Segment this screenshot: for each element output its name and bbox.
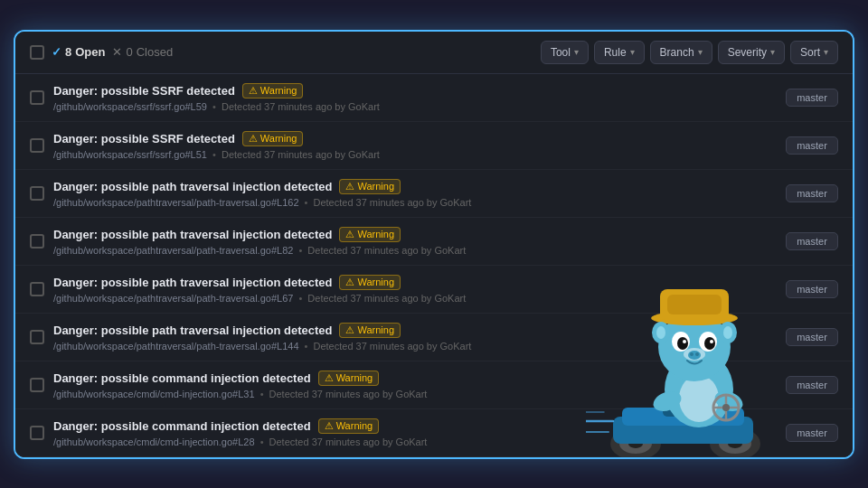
tool-chevron-icon: ▾ — [574, 47, 579, 57]
alert-detected-7: Detected 37 minutes ago by GoKart — [269, 436, 428, 447]
alert-path-2: /github/workspace/pathtraversal/path-tra… — [53, 197, 299, 208]
alert-path-0: /github/workspace/ssrf/ssrf.go#L59 — [53, 101, 207, 112]
branch-badge-4: master — [786, 280, 838, 298]
alert-row[interactable]: Danger: possible path traversal injectio… — [15, 266, 853, 314]
alert-meta-3: /github/workspace/pathtraversal/path-tra… — [53, 245, 777, 256]
tool-filter-label: Tool — [551, 46, 571, 59]
toolbar-right: Tool ▾ Rule ▾ Branch ▾ Severity ▾ Sort ▾ — [541, 41, 838, 64]
alert-title-5: Danger: possible path traversal injectio… — [53, 324, 332, 337]
open-tab[interactable]: ✓ 8 Open — [52, 45, 105, 59]
row-checkbox-0[interactable] — [30, 90, 44, 105]
warning-badge-6: ⚠ Warning — [318, 371, 380, 386]
warning-icon-6: ⚠ — [325, 372, 334, 384]
alerts-list: Danger: possible SSRF detected ⚠ Warning… — [15, 74, 853, 457]
warning-icon-2: ⚠ — [345, 181, 354, 192]
branch-filter-button[interactable]: Branch ▾ — [650, 41, 712, 64]
alert-path-1: /github/workspace/ssrf/ssrf.go#L51 — [53, 149, 207, 160]
severity-label-3: Warning — [357, 229, 394, 239]
row-checkbox-2[interactable] — [30, 186, 44, 201]
warning-icon-1: ⚠ — [249, 133, 258, 145]
sort-label: Sort — [800, 46, 820, 59]
branch-badge-5: master — [786, 328, 838, 346]
main-window: ✓ 8 Open ✕ 0 Closed Tool ▾ Rule ▾ Branch… — [14, 30, 854, 459]
warning-badge-7: ⚠ Warning — [318, 418, 380, 434]
severity-label-2: Warning — [357, 181, 394, 192]
rule-filter-button[interactable]: Rule ▾ — [594, 41, 645, 64]
warning-icon-7: ⚠ — [325, 420, 334, 432]
closed-tab[interactable]: ✕ 0 Closed — [112, 45, 173, 59]
alert-title-4: Danger: possible path traversal injectio… — [53, 276, 332, 289]
severity-label-6: Warning — [336, 372, 373, 383]
alert-row[interactable]: Danger: possible path traversal injectio… — [15, 314, 853, 361]
branch-badge-0: master — [786, 89, 838, 107]
warning-badge-3: ⚠ Warning — [339, 227, 401, 242]
sort-button[interactable]: Sort ▾ — [790, 41, 838, 64]
warning-badge-1: ⚠ Warning — [242, 131, 304, 146]
warning-icon-3: ⚠ — [345, 229, 354, 240]
alert-detected-6: Detected 37 minutes ago by GoKart — [269, 389, 428, 399]
alert-row[interactable]: Danger: possible path traversal injectio… — [15, 218, 853, 266]
alert-detected-0: Detected 37 minutes ago by GoKart — [222, 101, 380, 112]
alert-path-4: /github/workspace/pathtraversal/path-tra… — [53, 293, 293, 304]
open-count: 8 — [65, 45, 71, 59]
alert-meta-6: /github/workspace/cmdi/cmd-injection.go#… — [53, 389, 777, 399]
alert-meta-5: /github/workspace/pathtraversal/path-tra… — [53, 341, 777, 352]
alert-meta-7: /github/workspace/cmdi/cmd-injection.go#… — [53, 436, 777, 447]
alert-row[interactable]: Danger: possible command injection detec… — [15, 409, 853, 457]
branch-badge-3: master — [786, 232, 838, 250]
alert-title-2: Danger: possible path traversal injectio… — [53, 180, 332, 193]
closed-count: 0 — [126, 45, 132, 59]
row-checkbox-3[interactable] — [30, 234, 44, 249]
alert-row[interactable]: Danger: possible path traversal injectio… — [15, 170, 853, 218]
alert-detected-4: Detected 37 minutes ago by GoKart — [307, 293, 466, 304]
severity-label-0: Warning — [260, 85, 297, 96]
alert-title-row-5: Danger: possible path traversal injectio… — [53, 323, 777, 338]
alert-title-1: Danger: possible SSRF detected — [53, 132, 235, 145]
open-label: Open — [75, 45, 105, 59]
branch-badge-7: master — [786, 424, 838, 442]
tool-filter-button[interactable]: Tool ▾ — [541, 41, 589, 64]
row-checkbox-4[interactable] — [30, 282, 44, 296]
warning-icon-0: ⚠ — [249, 85, 258, 97]
severity-label-5: Warning — [357, 324, 394, 335]
alert-content-4: Danger: possible path traversal injectio… — [53, 275, 777, 304]
alert-content-2: Danger: possible path traversal injectio… — [53, 179, 777, 208]
severity-label-4: Warning — [357, 277, 394, 287]
toolbar: ✓ 8 Open ✕ 0 Closed Tool ▾ Rule ▾ Branch… — [15, 32, 853, 74]
alert-detected-2: Detected 37 minutes ago by GoKart — [313, 197, 471, 208]
alert-row[interactable]: Danger: possible command injection detec… — [15, 361, 853, 409]
alert-title-6: Danger: possible command injection detec… — [53, 371, 311, 385]
row-checkbox-1[interactable] — [30, 138, 44, 153]
alert-meta-4: /github/workspace/pathtraversal/path-tra… — [53, 293, 777, 304]
alert-content-7: Danger: possible command injection detec… — [53, 418, 777, 447]
rule-filter-label: Rule — [604, 46, 627, 59]
severity-filter-label: Severity — [728, 46, 767, 59]
alert-title-0: Danger: possible SSRF detected — [53, 84, 235, 98]
rule-chevron-icon: ▾ — [630, 47, 635, 57]
row-checkbox-7[interactable] — [30, 426, 44, 440]
select-all-checkbox[interactable] — [30, 45, 44, 60]
severity-label-1: Warning — [260, 133, 297, 144]
alert-detected-5: Detected 37 minutes ago by GoKart — [313, 341, 471, 352]
alert-title-row-6: Danger: possible command injection detec… — [53, 371, 777, 386]
branch-badge-2: master — [786, 184, 838, 202]
branch-badge-6: master — [786, 376, 838, 394]
alert-path-5: /github/workspace/pathtraversal/path-tra… — [53, 341, 299, 352]
row-checkbox-5[interactable] — [30, 330, 44, 344]
severity-chevron-icon: ▾ — [770, 47, 775, 57]
alert-title-3: Danger: possible path traversal injectio… — [53, 228, 332, 241]
alert-path-7: /github/workspace/cmdi/cmd-injection.go#… — [53, 436, 255, 447]
warning-badge-4: ⚠ Warning — [339, 275, 401, 290]
alert-detected-3: Detected 37 minutes ago by GoKart — [307, 245, 466, 256]
alert-content-0: Danger: possible SSRF detected ⚠ Warning… — [53, 83, 777, 112]
x-icon: ✕ — [112, 45, 122, 59]
alert-title-row-7: Danger: possible command injection detec… — [53, 418, 777, 434]
warning-badge-2: ⚠ Warning — [339, 179, 401, 194]
alert-row[interactable]: Danger: possible SSRF detected ⚠ Warning… — [15, 122, 853, 170]
alert-path-6: /github/workspace/cmdi/cmd-injection.go#… — [53, 389, 255, 399]
severity-filter-button[interactable]: Severity ▾ — [718, 41, 785, 64]
alert-content-3: Danger: possible path traversal injectio… — [53, 227, 777, 256]
alert-row[interactable]: Danger: possible SSRF detected ⚠ Warning… — [15, 74, 853, 122]
warning-icon-5: ⚠ — [345, 324, 354, 336]
row-checkbox-6[interactable] — [30, 378, 44, 392]
